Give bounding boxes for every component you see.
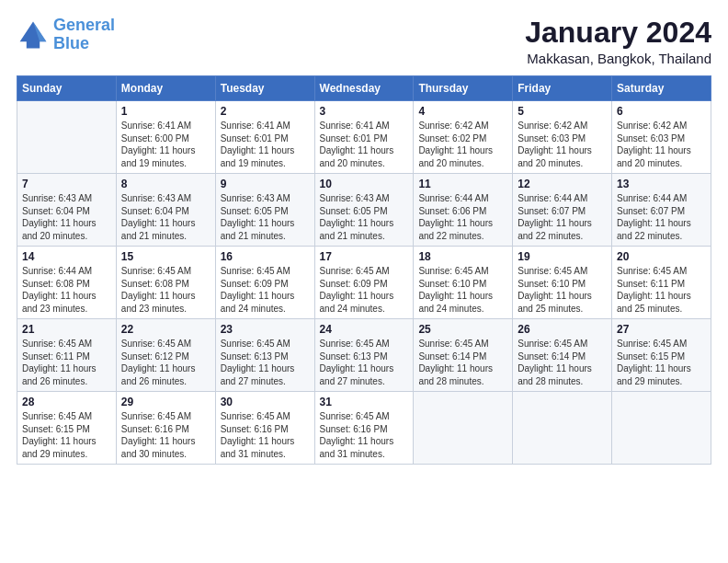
title-block: January 2024 Makkasan, Bangkok, Thailand <box>525 17 711 66</box>
day-info: Sunrise: 6:45 AM Sunset: 6:16 PM Dayligh… <box>221 410 310 460</box>
table-row: 25Sunrise: 6:45 AM Sunset: 6:14 PM Dayli… <box>414 319 513 392</box>
table-row: 17Sunrise: 6:45 AM Sunset: 6:09 PM Dayli… <box>314 247 414 319</box>
day-info: Sunrise: 6:45 AM Sunset: 6:11 PM Dayligh… <box>22 338 111 387</box>
table-row <box>513 392 612 465</box>
table-row: 31Sunrise: 6:45 AM Sunset: 6:16 PM Dayli… <box>314 392 414 465</box>
day-info: Sunrise: 6:45 AM Sunset: 6:15 PM Dayligh… <box>617 338 706 387</box>
day-info: Sunrise: 6:45 AM Sunset: 6:12 PM Dayligh… <box>121 338 210 387</box>
table-row <box>17 101 117 174</box>
day-info: Sunrise: 6:43 AM Sunset: 6:05 PM Dayligh… <box>221 192 310 242</box>
calendar-header-row: Sunday Monday Tuesday Wednesday Thursday… <box>17 76 711 101</box>
table-row: 23Sunrise: 6:45 AM Sunset: 6:13 PM Dayli… <box>215 319 314 392</box>
day-number: 22 <box>121 323 210 336</box>
day-number: 23 <box>221 323 310 336</box>
logo-icon <box>17 18 50 52</box>
day-number: 10 <box>320 178 409 190</box>
table-row: 9Sunrise: 6:43 AM Sunset: 6:05 PM Daylig… <box>215 174 314 247</box>
table-row: 24Sunrise: 6:45 AM Sunset: 6:13 PM Dayli… <box>314 319 414 392</box>
calendar-week-row: 7Sunrise: 6:43 AM Sunset: 6:04 PM Daylig… <box>17 174 711 247</box>
day-info: Sunrise: 6:45 AM Sunset: 6:10 PM Dayligh… <box>418 265 507 315</box>
calendar-week-row: 28Sunrise: 6:45 AM Sunset: 6:15 PM Dayli… <box>17 392 711 465</box>
day-number: 31 <box>320 396 409 408</box>
table-row: 8Sunrise: 6:43 AM Sunset: 6:04 PM Daylig… <box>116 174 215 247</box>
day-number: 16 <box>221 250 310 263</box>
day-number: 29 <box>121 396 210 408</box>
table-row <box>612 392 711 465</box>
table-row: 29Sunrise: 6:45 AM Sunset: 6:16 PM Dayli… <box>116 392 215 465</box>
header-monday: Monday <box>116 76 215 101</box>
day-number: 21 <box>22 323 111 336</box>
day-number: 8 <box>121 178 210 190</box>
day-number: 15 <box>121 250 210 263</box>
table-row: 26Sunrise: 6:45 AM Sunset: 6:14 PM Dayli… <box>513 319 612 392</box>
day-number: 27 <box>617 323 706 336</box>
day-number: 4 <box>418 105 507 118</box>
logo: General Blue <box>17 17 115 53</box>
day-info: Sunrise: 6:42 AM Sunset: 6:02 PM Dayligh… <box>418 120 507 169</box>
table-row: 3Sunrise: 6:41 AM Sunset: 6:01 PM Daylig… <box>314 101 414 174</box>
table-row: 11Sunrise: 6:44 AM Sunset: 6:06 PM Dayli… <box>414 174 513 247</box>
table-row: 28Sunrise: 6:45 AM Sunset: 6:15 PM Dayli… <box>17 392 117 465</box>
logo-text: General Blue <box>53 17 115 53</box>
day-info: Sunrise: 6:42 AM Sunset: 6:03 PM Dayligh… <box>617 120 706 169</box>
table-row: 4Sunrise: 6:42 AM Sunset: 6:02 PM Daylig… <box>414 101 513 174</box>
table-row: 22Sunrise: 6:45 AM Sunset: 6:12 PM Dayli… <box>116 319 215 392</box>
day-number: 1 <box>121 105 210 118</box>
day-info: Sunrise: 6:44 AM Sunset: 6:07 PM Dayligh… <box>518 192 607 242</box>
day-number: 13 <box>617 178 706 190</box>
day-info: Sunrise: 6:43 AM Sunset: 6:04 PM Dayligh… <box>22 192 111 242</box>
day-info: Sunrise: 6:45 AM Sunset: 6:09 PM Dayligh… <box>221 265 310 315</box>
header-friday: Friday <box>513 76 612 101</box>
day-number: 2 <box>221 105 310 118</box>
day-number: 17 <box>320 250 409 263</box>
table-row: 21Sunrise: 6:45 AM Sunset: 6:11 PM Dayli… <box>17 319 117 392</box>
day-number: 26 <box>518 323 607 336</box>
day-info: Sunrise: 6:45 AM Sunset: 6:15 PM Dayligh… <box>22 410 111 460</box>
day-info: Sunrise: 6:45 AM Sunset: 6:10 PM Dayligh… <box>518 265 607 315</box>
day-number: 3 <box>320 105 409 118</box>
day-info: Sunrise: 6:43 AM Sunset: 6:04 PM Dayligh… <box>121 192 210 242</box>
day-info: Sunrise: 6:42 AM Sunset: 6:03 PM Dayligh… <box>518 120 607 169</box>
day-number: 5 <box>518 105 607 118</box>
calendar-table: Sunday Monday Tuesday Wednesday Thursday… <box>17 75 711 465</box>
day-number: 19 <box>518 250 607 263</box>
day-info: Sunrise: 6:41 AM Sunset: 6:01 PM Dayligh… <box>320 120 409 169</box>
day-number: 7 <box>22 178 111 190</box>
table-row: 10Sunrise: 6:43 AM Sunset: 6:05 PM Dayli… <box>314 174 414 247</box>
day-number: 14 <box>22 250 111 263</box>
table-row: 16Sunrise: 6:45 AM Sunset: 6:09 PM Dayli… <box>215 247 314 319</box>
table-row: 6Sunrise: 6:42 AM Sunset: 6:03 PM Daylig… <box>612 101 711 174</box>
day-info: Sunrise: 6:45 AM Sunset: 6:14 PM Dayligh… <box>518 338 607 387</box>
day-info: Sunrise: 6:41 AM Sunset: 6:01 PM Dayligh… <box>221 120 310 169</box>
table-row: 5Sunrise: 6:42 AM Sunset: 6:03 PM Daylig… <box>513 101 612 174</box>
day-info: Sunrise: 6:43 AM Sunset: 6:05 PM Dayligh… <box>320 192 409 242</box>
day-info: Sunrise: 6:41 AM Sunset: 6:00 PM Dayligh… <box>121 120 210 169</box>
table-row: 2Sunrise: 6:41 AM Sunset: 6:01 PM Daylig… <box>215 101 314 174</box>
table-row: 27Sunrise: 6:45 AM Sunset: 6:15 PM Dayli… <box>612 319 711 392</box>
day-info: Sunrise: 6:44 AM Sunset: 6:07 PM Dayligh… <box>617 192 706 242</box>
table-row: 19Sunrise: 6:45 AM Sunset: 6:10 PM Dayli… <box>513 247 612 319</box>
day-number: 12 <box>518 178 607 190</box>
day-number: 20 <box>617 250 706 263</box>
header-tuesday: Tuesday <box>215 76 314 101</box>
header-sunday: Sunday <box>17 76 117 101</box>
calendar-week-row: 21Sunrise: 6:45 AM Sunset: 6:11 PM Dayli… <box>17 319 711 392</box>
table-row: 13Sunrise: 6:44 AM Sunset: 6:07 PM Dayli… <box>612 174 711 247</box>
day-info: Sunrise: 6:45 AM Sunset: 6:09 PM Dayligh… <box>320 265 409 315</box>
day-number: 18 <box>418 250 507 263</box>
table-row: 1Sunrise: 6:41 AM Sunset: 6:00 PM Daylig… <box>116 101 215 174</box>
day-number: 9 <box>221 178 310 190</box>
day-number: 24 <box>320 323 409 336</box>
calendar-week-row: 14Sunrise: 6:44 AM Sunset: 6:08 PM Dayli… <box>17 247 711 319</box>
day-number: 30 <box>221 396 310 408</box>
svg-marker-0 <box>20 21 47 48</box>
day-number: 11 <box>418 178 507 190</box>
calendar-week-row: 1Sunrise: 6:41 AM Sunset: 6:00 PM Daylig… <box>17 101 711 174</box>
table-row: 15Sunrise: 6:45 AM Sunset: 6:08 PM Dayli… <box>116 247 215 319</box>
day-info: Sunrise: 6:45 AM Sunset: 6:08 PM Dayligh… <box>121 265 210 315</box>
table-row: 18Sunrise: 6:45 AM Sunset: 6:10 PM Dayli… <box>414 247 513 319</box>
header-row: General Blue January 2024 Makkasan, Bang… <box>17 17 711 66</box>
day-number: 25 <box>418 323 507 336</box>
table-row: 12Sunrise: 6:44 AM Sunset: 6:07 PM Dayli… <box>513 174 612 247</box>
day-info: Sunrise: 6:45 AM Sunset: 6:11 PM Dayligh… <box>617 265 706 315</box>
